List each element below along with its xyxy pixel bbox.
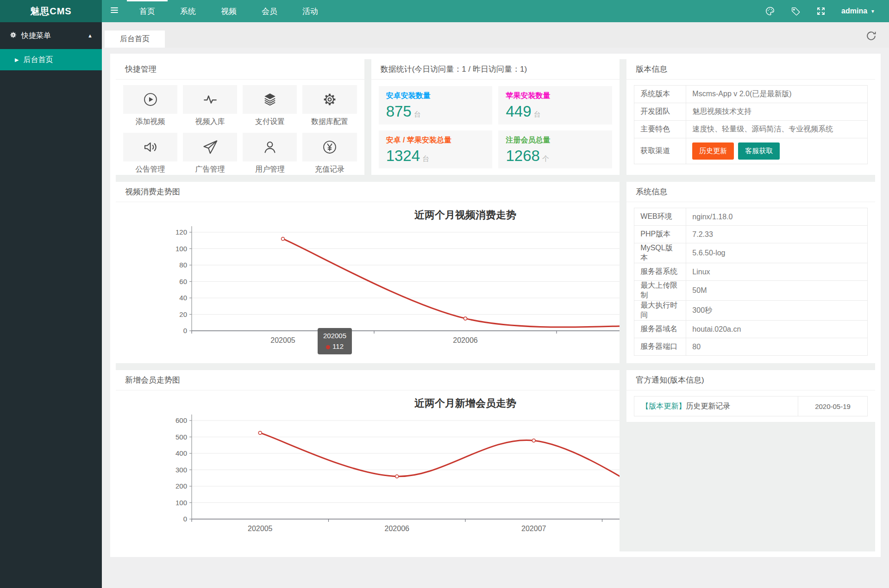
tag-icon[interactable] [791,6,801,16]
table-row: 服务器域名houtai.020a.cn [634,321,868,338]
fullscreen-icon[interactable] [816,6,826,16]
row-value: 50M [686,281,868,301]
table-row: 最大执行时间300秒 [634,301,868,321]
notice-row-0: 【版本更新】历史更新记录2020-05-19 [634,396,868,416]
svg-text:20: 20 [179,310,187,318]
svg-text:202005: 202005 [270,336,295,344]
quick-action-3[interactable]: 数据库配置 [302,85,357,127]
svg-text:60: 60 [179,278,187,285]
dashboard-card: 快捷管理 添加视频视频入库支付设置数据库配置公告管理广告管理用户管理充值记录 数… [110,54,881,557]
svg-text:100: 100 [175,499,187,507]
svg-text:202007: 202007 [521,525,546,532]
sidebar-item-0[interactable]: ▶后台首页 [0,49,102,70]
row-value: 速度快、轻量级、源码简洁、专业视频系统 [686,121,868,138]
quick-action-6[interactable]: 用户管理 [243,133,297,174]
refresh-icon[interactable] [865,30,877,43]
panel-member-trend: 新增会员走势图 01002003004005006002020052020062… [116,370,620,551]
stat-tile-1: 苹果安装数量449台 [498,86,612,124]
chart-tooltip: 202005112 [318,328,352,354]
panel-title: 快捷管理 [116,59,364,80]
palette-icon[interactable] [765,6,775,16]
quick-action-4[interactable]: 公告管理 [123,133,177,174]
panel-title: 新增会员走势图 [116,370,620,390]
quick-action-label: 视频入库 [183,117,237,127]
svg-text:600: 600 [175,416,187,424]
username-label: admina [841,7,867,15]
yen-circle-icon [302,133,357,161]
sidebar-section-header[interactable]: 快捷菜单 ▲ [0,22,102,49]
stat-unit: 台 [422,155,429,162]
row-label: 最大执行时间 [634,301,686,321]
user-icon [243,133,297,161]
quick-action-label: 广告管理 [183,165,237,174]
layers-icon [243,85,297,114]
panel-title: 数据统计(今日访问量：1 / 昨日访问量：1) [371,59,620,80]
row-label: PHP版本 [634,226,686,243]
row-label: 开发团队 [634,103,686,121]
stat-tile-2: 安卓 / 苹果安装总量1324台 [379,130,493,169]
nav-item-home[interactable]: 首页 [127,0,168,22]
row-label: 系统版本 [634,86,686,103]
caret-right-icon: ▶ [15,57,19,63]
row-value: 魅思视频技术支持 [686,103,868,121]
quick-action-7[interactable]: 充值记录 [302,133,357,174]
table-row: PHP版本7.2.33 [634,226,868,243]
stat-value: 449台 [506,103,605,120]
quick-action-label: 支付设置 [243,117,297,127]
svg-text:40: 40 [179,294,187,302]
quick-action-2[interactable]: 支付设置 [243,85,297,127]
user-dropdown[interactable]: admina ▼ [841,7,875,15]
stat-unit: 个 [542,155,549,162]
member-trend-chart: 0100200300400500600202005202006202007202… [116,390,620,551]
stat-label: 安卓安装数量 [386,91,485,101]
channel-button-1[interactable]: 客服获取 [738,142,780,160]
row-value: 历史更新客服获取 [686,138,868,164]
nav-item-video[interactable]: 视频 [208,0,249,22]
row-value: 80 [686,338,868,356]
notice-link[interactable]: 【版本更新】历史更新记录 [634,396,798,416]
svg-text:202005: 202005 [248,525,272,532]
quick-action-5[interactable]: 广告管理 [183,133,237,174]
nav-item-system[interactable]: 系统 [168,0,208,22]
svg-text:100: 100 [175,245,187,253]
quick-action-0[interactable]: 添加视频 [123,85,177,127]
table-row: 服务器端口80 [634,338,868,356]
row-label: MySQL版本 [634,243,686,263]
quick-action-1[interactable]: 视频入库 [183,85,237,127]
row-value: 300秒 [686,301,868,321]
row-label: 服务器系统 [634,263,686,281]
channel-button-0[interactable]: 历史更新 [692,142,734,160]
panel-video-trend: 视频消费走势图 02040608010012020200520200620200… [116,182,620,363]
svg-text:近两个月视频消费走势: 近两个月视频消费走势 [414,209,516,221]
pulse-icon [183,85,237,114]
quick-action-label: 数据库配置 [302,117,357,127]
caret-down-icon: ▼ [870,9,875,14]
nav-item-member[interactable]: 会员 [249,0,290,22]
play-circle-icon [123,85,177,114]
row-label: 服务器域名 [634,321,686,338]
svg-text:300: 300 [175,466,187,474]
panel-version-info: 版本信息 系统版本Mscms-App v 2.0(已是最新版)开发团队魅思视频技… [626,59,875,175]
speaker-icon [123,133,177,161]
main-area: 后台首页 快捷管理 添加视频视频入库支付设置数据库配置公告管理广告管理用户管理充… [102,22,889,588]
sidebar-items: ▶后台首页 [0,49,102,70]
paper-plane-icon [183,133,237,161]
stat-unit: 台 [534,110,541,118]
row-value: 7.2.33 [686,226,868,243]
stats-tiles: 安卓安装数量875台苹果安装数量449台安卓 / 苹果安装总量1324台注册会员… [371,80,620,175]
top-navbar: 魅思CMS 首页系统视频会员活动 admina ▼ [0,0,889,22]
row-value: nginx/1.18.0 [686,208,868,226]
sidebar-toggle-button[interactable] [102,0,127,22]
stat-value: 1268个 [506,148,605,164]
brand-logo[interactable]: 魅思CMS [0,0,102,22]
stat-value: 1324台 [386,148,485,164]
row-label: WEB环境 [634,208,686,226]
quick-action-label: 用户管理 [243,165,297,174]
stat-value: 875台 [386,103,485,120]
notice-date: 2020-05-19 [798,396,867,416]
table-row: MySQL版本5.6.50-log [634,243,868,263]
nav-item-activity[interactable]: 活动 [290,0,331,22]
svg-text:400: 400 [175,449,187,457]
tab-backend-home[interactable]: 后台首页 [105,31,165,48]
quick-action-label: 公告管理 [123,165,177,174]
